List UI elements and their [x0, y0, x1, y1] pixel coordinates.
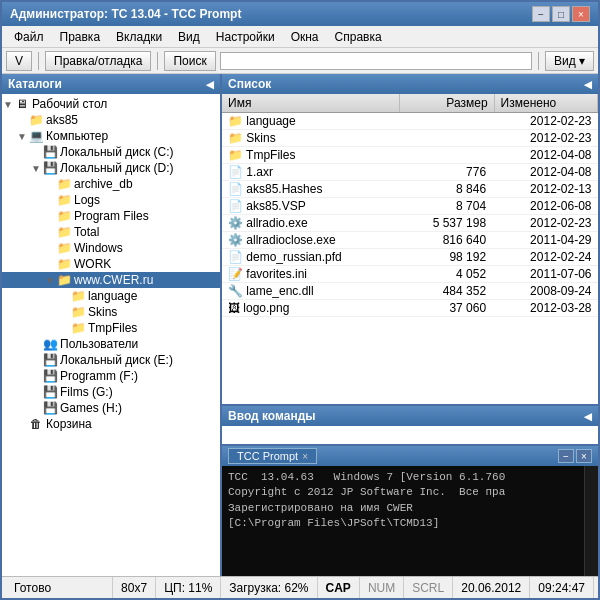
file-icon: 🖼: [228, 301, 240, 315]
tree-toggle[interactable]: [44, 194, 56, 206]
folder-icon: 📁: [56, 177, 72, 191]
menu-tabs[interactable]: Вкладки: [108, 28, 170, 46]
tree-toggle[interactable]: [16, 114, 28, 126]
tree-toggle[interactable]: [16, 418, 28, 430]
tree-item[interactable]: 💾 Programm (F:): [2, 368, 220, 384]
tree-item[interactable]: ▼ 💾 Локальный диск (D:): [2, 160, 220, 176]
file-icon: 🔧: [228, 284, 243, 298]
table-row[interactable]: 📄 aks85.Hashes 8 846 2012-02-13: [222, 181, 598, 198]
tree-toggle[interactable]: [44, 242, 56, 254]
status-cpu: ЦП: 11%: [156, 577, 221, 598]
tree-item[interactable]: ▼ 💻 Компьютер: [2, 128, 220, 144]
col-date[interactable]: Изменено: [494, 94, 597, 113]
close-button[interactable]: ×: [572, 6, 590, 22]
minimize-button[interactable]: −: [532, 6, 550, 22]
menu-help[interactable]: Справка: [327, 28, 390, 46]
tree-toggle[interactable]: [30, 146, 42, 158]
file-size: 8 846: [399, 181, 494, 198]
tree-item[interactable]: ▼ 🖥 Рабочий стол: [2, 96, 220, 112]
tree-toggle[interactable]: [58, 322, 70, 334]
left-panel-pin[interactable]: ◀: [206, 79, 214, 90]
tree-toggle[interactable]: [44, 210, 56, 222]
tree-item[interactable]: 💾 Локальный диск (C:): [2, 144, 220, 160]
tcc-close-btn[interactable]: ×: [576, 449, 592, 463]
tree-item[interactable]: 🗑 Корзина: [2, 416, 220, 432]
tcc-minus-btn[interactable]: −: [558, 449, 574, 463]
tree-item[interactable]: 📁 Total: [2, 224, 220, 240]
tree-item[interactable]: 📁 Program Files: [2, 208, 220, 224]
tree-item[interactable]: 📁 Skins: [2, 304, 220, 320]
tree-toggle[interactable]: ▼: [2, 98, 14, 110]
tree-toggle[interactable]: [30, 370, 42, 382]
tree-label: Skins: [88, 305, 117, 319]
tree-item[interactable]: 💾 Локальный диск (E:): [2, 352, 220, 368]
toolbar-view-button[interactable]: Вид ▾: [545, 51, 594, 71]
toolbar-search-button[interactable]: Поиск: [164, 51, 215, 71]
menu-edit[interactable]: Правка: [52, 28, 109, 46]
tcc-tab-close[interactable]: ×: [302, 451, 308, 462]
tree-toggle[interactable]: [30, 338, 42, 350]
tree-toggle[interactable]: ▼: [44, 274, 56, 286]
tree-toggle[interactable]: [44, 258, 56, 270]
tree-item[interactable]: 👥 Пользователи: [2, 336, 220, 352]
tree-item[interactable]: 📁 Windows: [2, 240, 220, 256]
tree-toggle[interactable]: [30, 386, 42, 398]
status-cap: CAP: [318, 577, 360, 598]
tree-toggle[interactable]: [44, 178, 56, 190]
col-name[interactable]: Имя: [222, 94, 399, 113]
right-panel-pin[interactable]: ◀: [584, 79, 592, 90]
table-row[interactable]: 📄 1.axr 776 2012-04-08: [222, 164, 598, 181]
tree-label: aks85: [46, 113, 78, 127]
maximize-button[interactable]: □: [552, 6, 570, 22]
tree-item[interactable]: 💾 Games (H:): [2, 400, 220, 416]
table-row[interactable]: 📁 language 2012-02-23: [222, 113, 598, 130]
table-row[interactable]: ⚙️ allradioclose.exe 816 640 2011-04-29: [222, 232, 598, 249]
tree-toggle[interactable]: [58, 290, 70, 302]
file-size: 98 192: [399, 249, 494, 266]
status-date-text: 20.06.2012: [461, 581, 521, 595]
tree-toggle[interactable]: [44, 226, 56, 238]
tree-toggle[interactable]: ▼: [30, 162, 42, 174]
tree-toggle[interactable]: [58, 306, 70, 318]
toolbar-v-button[interactable]: V: [6, 51, 32, 71]
menu-settings[interactable]: Настройки: [208, 28, 283, 46]
file-name: 🔧 lame_enc.dll: [222, 283, 399, 300]
table-row[interactable]: 📁 Skins 2012-02-23: [222, 130, 598, 147]
file-list[interactable]: Имя Размер Изменено 📁 language 2012-02-2…: [222, 94, 598, 404]
table-row[interactable]: 🖼 logo.png 37 060 2012-03-28: [222, 300, 598, 317]
tcc-scrollbar[interactable]: [584, 466, 598, 576]
table-row[interactable]: 📄 demo_russian.pfd 98 192 2012-02-24: [222, 249, 598, 266]
menu-windows[interactable]: Окна: [283, 28, 327, 46]
tree-item[interactable]: 📁 archive_db: [2, 176, 220, 192]
table-row[interactable]: 🔧 lame_enc.dll 484 352 2008-09-24: [222, 283, 598, 300]
table-row[interactable]: 📄 aks85.VSP 8 704 2012-06-08: [222, 198, 598, 215]
cmd-panel-pin[interactable]: ◀: [584, 411, 592, 422]
tree-toggle[interactable]: ▼: [16, 130, 28, 142]
tree-item[interactable]: 📁 language: [2, 288, 220, 304]
folder-icon: 👥: [42, 337, 58, 351]
tree-item[interactable]: 📁 TmpFiles: [2, 320, 220, 336]
tree-item[interactable]: 📁 WORK: [2, 256, 220, 272]
cmd-input[interactable]: [222, 426, 598, 444]
col-size[interactable]: Размер: [399, 94, 494, 113]
tree-panel[interactable]: ▼ 🖥 Рабочий стол 📁 aks85 ▼ 💻 Компьютер 💾…: [2, 94, 220, 576]
tcc-tab-prompt[interactable]: TCC Prompt ×: [228, 448, 317, 464]
tree-item[interactable]: 📁 Logs: [2, 192, 220, 208]
tree-toggle[interactable]: [30, 402, 42, 414]
tcc-text: TCC 13.04.63 Windows 7 [Version 6.1.760C…: [222, 466, 584, 576]
file-date: 2012-02-24: [494, 249, 597, 266]
tree-item[interactable]: 💾 Films (G:): [2, 384, 220, 400]
table-row[interactable]: 📝 favorites.ini 4 052 2011-07-06: [222, 266, 598, 283]
tree-toggle[interactable]: [30, 354, 42, 366]
menu-file[interactable]: Файл: [6, 28, 52, 46]
table-row[interactable]: 📁 TmpFiles 2012-04-08: [222, 147, 598, 164]
file-date: 2011-04-29: [494, 232, 597, 249]
search-input[interactable]: [220, 52, 532, 70]
menu-view[interactable]: Вид: [170, 28, 208, 46]
file-icon: 📁: [228, 148, 243, 162]
toolbar-edit-button[interactable]: Правка/отладка: [45, 51, 151, 71]
tree-item[interactable]: 📁 aks85: [2, 112, 220, 128]
right-panel: Список ◀ Имя Размер Изменено 📁: [222, 74, 598, 576]
tree-item[interactable]: ▼ 📁 www.CWER.ru: [2, 272, 220, 288]
table-row[interactable]: ⚙️ allradio.exe 5 537 198 2012-02-23: [222, 215, 598, 232]
